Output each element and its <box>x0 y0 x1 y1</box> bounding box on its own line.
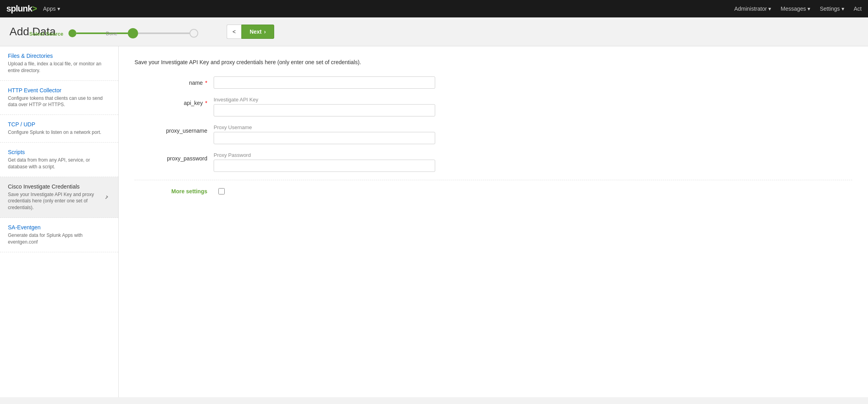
settings-menu[interactable]: Settings ▾ <box>820 6 844 12</box>
form-description: Save your Investigate API Key and proxy … <box>135 59 852 65</box>
topnav-right: Administrator ▾ Messages ▾ Settings ▾ Ac… <box>734 6 862 12</box>
sidebar-item-scripts[interactable]: Scripts Get data from from any API, serv… <box>0 143 118 177</box>
sidebar-item-tcp-udp[interactable]: TCP / UDP Configure Splunk to listen on … <box>0 115 118 143</box>
messages-chevron-icon: ▾ <box>807 6 810 12</box>
proxy-username-hint: Proxy Username <box>214 124 435 130</box>
sidebar-item-http-title: HTTP Event Collector <box>8 87 110 93</box>
sidebar-item-cisco-desc: Save your Investigate API Key and proxy … <box>8 191 105 211</box>
splunk-logo: splunk> <box>6 4 37 14</box>
administrator-chevron-icon: ▾ <box>768 6 771 12</box>
administrator-menu[interactable]: Administrator ▾ <box>734 6 771 12</box>
more-settings-label: More settings <box>135 188 214 194</box>
sidebar: Files & Directories Upload a file, index… <box>0 46 119 397</box>
main-content: Files & Directories Upload a file, index… <box>0 46 868 397</box>
next-chevron-icon: › <box>264 29 266 35</box>
form-row-proxy-username: proxy_username Proxy Username <box>135 124 852 144</box>
field-name <box>214 76 435 89</box>
proxy-username-input[interactable] <box>214 132 435 144</box>
form-row-apikey: api_key * Investigate API Key <box>135 97 852 116</box>
step-2-label: Select Source <box>23 31 70 37</box>
more-settings-checkbox[interactable] <box>218 188 225 194</box>
proxy-password-hint: Proxy Password <box>214 152 435 158</box>
field-proxy-password: Proxy Password <box>214 152 435 172</box>
apikey-hint: Investigate API Key <box>214 97 435 103</box>
field-proxy-username: Proxy Username <box>214 124 435 144</box>
step-2-circle <box>128 28 138 38</box>
more-settings-row: More settings <box>135 188 852 194</box>
activity-menu[interactable]: Act <box>854 6 862 12</box>
nav-buttons: < Next › <box>227 25 274 39</box>
apps-chevron-icon: ▾ <box>57 6 60 12</box>
apps-label: Apps <box>43 6 56 12</box>
sidebar-item-tcp-desc: Configure Splunk to listen on a network … <box>8 129 110 136</box>
required-indicator-name: * <box>204 80 207 86</box>
prev-button[interactable]: < <box>227 25 241 39</box>
right-panel: Save your Investigate API Key and proxy … <box>119 46 868 397</box>
sidebar-item-cisco-investigate[interactable]: Cisco Investigate Credentials Save your … <box>0 177 118 218</box>
sidebar-item-files-title: Files & Directories <box>8 53 110 59</box>
sidebar-item-tcp-title: TCP / UDP <box>8 121 110 128</box>
messages-menu[interactable]: Messages ▾ <box>781 6 810 12</box>
sidebar-item-scripts-desc: Get data from from any API, service, or … <box>8 157 110 170</box>
sidebar-item-http-event[interactable]: HTTP Event Collector Configure tokens th… <box>0 81 118 115</box>
settings-chevron-icon: ▾ <box>841 6 844 12</box>
step-3-circle <box>190 29 198 38</box>
form-row-name: name * <box>135 76 852 89</box>
sidebar-item-sa-desc: Generate data for Splunk Apps with event… <box>8 232 110 246</box>
sidebar-item-cisco-title: Cisco Investigate Credentials <box>8 183 105 190</box>
stepper-labels: Select Forwarders Select Source Done <box>0 31 119 37</box>
label-apikey: api_key * <box>135 97 214 106</box>
label-name: name * <box>135 76 214 86</box>
proxy-password-input[interactable] <box>214 160 435 172</box>
form-row-proxy-password: proxy_password Proxy Password <box>135 152 852 172</box>
required-indicator-apikey: * <box>204 100 207 106</box>
header-area: Add Data Select Forwarders Select Source… <box>0 17 868 46</box>
apikey-input[interactable] <box>214 104 435 116</box>
apps-menu[interactable]: Apps ▾ <box>43 6 60 12</box>
sidebar-item-sa-eventgen[interactable]: SA-Eventgen Generate data for Splunk App… <box>0 218 118 252</box>
step-line-2 <box>138 32 190 34</box>
topnav: splunk> Apps ▾ Administrator ▾ Messages … <box>0 0 868 17</box>
sidebar-item-scripts-title: Scripts <box>8 149 110 155</box>
step-3-label: Done <box>100 31 123 36</box>
sidebar-item-files-desc: Upload a file, index a local file, or mo… <box>8 61 110 74</box>
sidebar-item-files-directories[interactable]: Files & Directories Upload a file, index… <box>0 46 118 81</box>
form-divider <box>135 180 852 180</box>
sidebar-item-http-desc: Configure tokens that clients can use to… <box>8 95 110 109</box>
field-apikey: Investigate API Key <box>214 97 435 116</box>
label-proxy-password: proxy_password <box>135 152 214 162</box>
name-input[interactable] <box>214 76 435 89</box>
next-button[interactable]: Next › <box>241 25 274 39</box>
sidebar-item-sa-title: SA-Eventgen <box>8 224 110 231</box>
label-proxy-username: proxy_username <box>135 124 214 134</box>
